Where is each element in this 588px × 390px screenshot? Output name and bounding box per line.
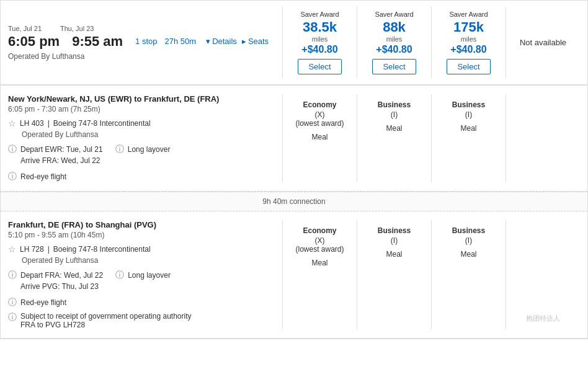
award-col-2: Saver Award 175k miles +$40.80 Select bbox=[431, 7, 506, 78]
award-col-3: Not available bbox=[506, 7, 580, 78]
segment1-aircraft: Boeing 747-8 Intercontinental bbox=[53, 119, 151, 128]
segment2-govt-flight: FRA to PVG LH728 bbox=[20, 321, 192, 329]
segment1-pipe: | bbox=[48, 119, 50, 128]
segment2-class-name-1: Business bbox=[378, 226, 411, 235]
segment2-layover-block: ⓘ Long layover bbox=[115, 270, 171, 292]
segment1-aircraft-row: ☆ LH 403 | Boeing 747-8 Intercontinental bbox=[8, 118, 282, 128]
info-icon-1: ⓘ bbox=[8, 144, 17, 155]
not-available-label: Not available bbox=[520, 38, 566, 47]
award-miles-unit-2: miles bbox=[461, 35, 477, 43]
info-icon-govt: ⓘ bbox=[8, 312, 17, 323]
segment1-class-sub-2: (I) bbox=[465, 110, 472, 119]
segment1-depart-text: Depart EWR: Tue, Jul 21 Arrive FRA: Wed,… bbox=[20, 144, 103, 166]
arrive-time: 9:55 am bbox=[72, 33, 123, 50]
award-price-2: +$40.80 bbox=[450, 44, 486, 55]
flight-summary-left: Tue, Jul 21 Thu, Jul 23 6:05 pm 9:55 am … bbox=[8, 25, 269, 61]
star-icon-2: ☆ bbox=[8, 244, 16, 254]
select-button-2[interactable]: Select bbox=[447, 59, 490, 74]
segment1-info: New York/Newark, NJ, US (EWR) to Frankfu… bbox=[8, 94, 282, 182]
segment1-time-range: 6:05 pm - 7:30 am (7h 25m) bbox=[8, 105, 282, 113]
segment1-depart: Depart EWR: Tue, Jul 21 bbox=[20, 144, 103, 155]
detail-panel-wrap: New York/Newark, NJ, US (EWR) to Frankfu… bbox=[1, 85, 587, 339]
segment2-info: Frankfurt, DE (FRA) to Shanghai (PVG) 5:… bbox=[8, 220, 282, 329]
select-button-1[interactable]: Select bbox=[372, 59, 416, 74]
segment2-class-sub-0: (X) bbox=[315, 236, 325, 245]
segment2-class-1: Business (I) Meal bbox=[357, 220, 431, 329]
flight-dates: Tue, Jul 21 Thu, Jul 23 bbox=[8, 25, 269, 32]
select-button-0[interactable]: Select bbox=[298, 59, 341, 74]
info-icon-2: ⓘ bbox=[8, 270, 17, 281]
depart-time: 6:05 pm bbox=[8, 33, 60, 50]
info-icon-redeye-2: ⓘ bbox=[8, 297, 17, 308]
award-label-1: Saver Award bbox=[375, 11, 413, 18]
segment2-govt-text: Subject to receipt of government operati… bbox=[20, 312, 192, 329]
award-miles-unit-0: miles bbox=[312, 35, 328, 43]
segment2-row: Frankfurt, DE (FRA) to Shanghai (PVG) 5:… bbox=[1, 211, 587, 339]
info-icon-layover-2: ⓘ bbox=[115, 270, 124, 281]
star-icon-1: ☆ bbox=[8, 118, 16, 128]
segment1-operated: Operated By Lufthansa bbox=[22, 130, 282, 139]
segment2-aircraft: Boeing 747-8 Intercontinental bbox=[53, 245, 151, 254]
stops: 1 stop bbox=[135, 37, 157, 46]
flight-meta: 1 stop 27h 50m bbox=[135, 37, 196, 46]
segment1-layover-block: ⓘ Long layover bbox=[115, 144, 171, 166]
award-price-0: +$40.80 bbox=[301, 44, 337, 55]
details-seats[interactable]: Details Seats bbox=[206, 37, 269, 46]
segment2-aircraft-row: ☆ LH 728 | Boeing 747-8 Intercontinental bbox=[8, 244, 282, 254]
award-col-0: Saver Award 38.5k miles +$40.80 Select bbox=[282, 7, 357, 78]
segment1-meal-2: Meal bbox=[460, 124, 476, 133]
summary-row: Tue, Jul 21 Thu, Jul 23 6:05 pm 9:55 am … bbox=[1, 1, 587, 85]
segment2-class-name-2: Business bbox=[452, 226, 485, 235]
segment1-class-cols: Economy (X) (lowest award) Meal Business… bbox=[282, 94, 580, 182]
award-miles-0: 38.5k bbox=[303, 19, 337, 35]
segment2-time-range: 5:10 pm - 9:55 am (10h 45m) bbox=[8, 231, 282, 239]
segment2-class-sub-2: (I) bbox=[465, 236, 472, 245]
flight-card: Tue, Jul 21 Thu, Jul 23 6:05 pm 9:55 am … bbox=[0, 0, 588, 339]
segment2-meal-0: Meal bbox=[311, 259, 327, 267]
segment2-class-0: Economy (X) (lowest award) Meal bbox=[282, 220, 357, 329]
segment1-depart-arrive: ⓘ Depart EWR: Tue, Jul 21 Arrive FRA: We… bbox=[8, 144, 282, 166]
seats-button[interactable]: Seats bbox=[242, 37, 269, 46]
segment1-flight-number: LH 403 bbox=[20, 119, 44, 128]
award-miles-2: 175k bbox=[453, 19, 484, 35]
segment1-meal-0: Meal bbox=[311, 133, 327, 141]
segment2-depart-arrive: ⓘ Depart FRA: Wed, Jul 22 Arrive PVG: Th… bbox=[8, 270, 282, 292]
segment1-class-1: Business (I) Meal bbox=[357, 94, 431, 182]
segment1-class-0: Economy (X) (lowest award) Meal bbox=[282, 94, 357, 182]
arrive-date: Thu, Jul 23 bbox=[60, 25, 94, 32]
segment2-redeye: ⓘ Red-eye flight bbox=[8, 297, 282, 308]
segment2-empty-col: 抱团特达人 bbox=[506, 220, 580, 329]
segment1-depart-block: ⓘ Depart EWR: Tue, Jul 21 Arrive FRA: We… bbox=[8, 144, 103, 166]
segment2-class-name-0: Economy bbox=[303, 226, 336, 235]
segment2-redeye-label: Red-eye flight bbox=[20, 298, 66, 307]
segment2-class-sub-1: (I) bbox=[391, 236, 398, 245]
details-button[interactable]: Details bbox=[206, 37, 237, 46]
segment1-class-name-0: Economy bbox=[303, 100, 336, 109]
connection-separator: 9h 40m connection bbox=[1, 192, 587, 211]
segment1-redeye-label: Red-eye flight bbox=[20, 172, 66, 181]
segment2-depart-text: Depart FRA: Wed, Jul 22 Arrive PVG: Thu,… bbox=[20, 270, 103, 292]
segment2-meal-1: Meal bbox=[386, 250, 402, 259]
segment2-flight-number: LH 728 bbox=[20, 245, 44, 254]
segment2-arrive: Arrive PVG: Thu, Jul 23 bbox=[20, 281, 103, 292]
segment1-layover: Long layover bbox=[128, 144, 171, 155]
duration: 27h 50m bbox=[165, 37, 197, 46]
segment1-empty-col bbox=[506, 94, 580, 182]
award-miles-1: 88k bbox=[383, 19, 406, 35]
award-label-0: Saver Award bbox=[300, 11, 339, 18]
segment1-class-2: Business (I) Meal bbox=[431, 94, 506, 182]
segment2-govt-notice: ⓘ Subject to receipt of government opera… bbox=[8, 312, 282, 329]
segment1-route: New York/Newark, NJ, US (EWR) to Frankfu… bbox=[8, 94, 282, 104]
segment2-class-cols: Economy (X) (lowest award) Meal Business… bbox=[282, 220, 580, 329]
depart-date: Tue, Jul 21 bbox=[8, 25, 42, 32]
segment1-arrive: Arrive FRA: Wed, Jul 22 bbox=[20, 155, 103, 166]
top-left: 6:05 pm 9:55 am 1 stop 27h 50m Details S… bbox=[8, 33, 269, 50]
detail-panel: New York/Newark, NJ, US (EWR) to Frankfu… bbox=[1, 85, 587, 339]
segment2-meal-2: Meal bbox=[460, 250, 476, 259]
info-icon-redeye-1: ⓘ bbox=[8, 171, 17, 182]
segment1-class-note-0: (lowest award) bbox=[295, 119, 344, 128]
segment2-class-note-0: (lowest award) bbox=[295, 245, 344, 254]
segment1-class-name-2: Business bbox=[452, 100, 485, 109]
award-columns: Saver Award 38.5k miles +$40.80 Select S… bbox=[282, 7, 580, 78]
segment1-meal-1: Meal bbox=[386, 124, 402, 133]
